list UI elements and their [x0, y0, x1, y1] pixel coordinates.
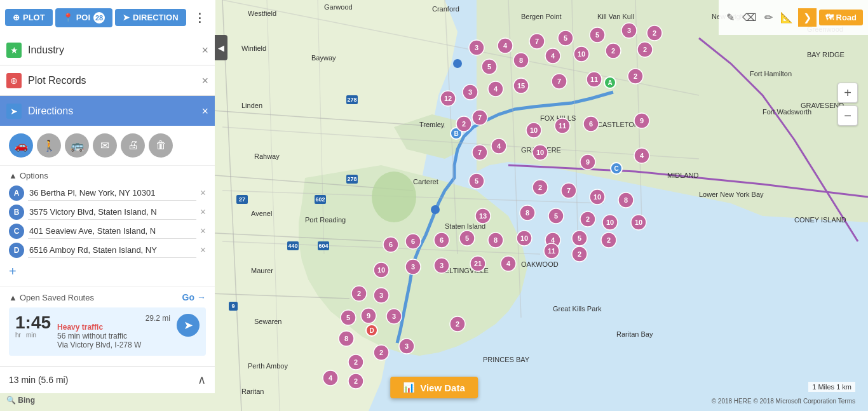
svg-text:3: 3: [475, 44, 478, 51]
add-waypoint-button[interactable]: +: [9, 262, 17, 281]
collapse-button[interactable]: ∧: [198, 373, 206, 387]
waypoint-c-input[interactable]: [28, 224, 196, 239]
waypoint-a-input[interactable]: [28, 185, 196, 201]
svg-text:Raritan Bay: Raritan Bay: [616, 330, 653, 338]
svg-text:Linden: Linden: [241, 102, 262, 109]
eraser-icon[interactable]: ⌫: [740, 9, 759, 26]
waypoint-b-input[interactable]: [28, 205, 196, 220]
edit-icon[interactable]: ✏: [762, 9, 775, 26]
directions-close-button[interactable]: ×: [201, 105, 208, 117]
clear-transport-btn[interactable]: 🗑: [149, 133, 173, 158]
waypoint-row-b: B ×: [9, 205, 206, 220]
svg-text:PRINCES BAY: PRINCES BAY: [483, 356, 530, 363]
directions-bottom-bar: 13 min (5.6 mi) ∧: [0, 366, 215, 393]
svg-text:Avenel: Avenel: [251, 210, 272, 217]
svg-text:6: 6: [389, 241, 393, 248]
svg-text:2: 2: [538, 184, 542, 191]
waypoint-row-d: D ×: [9, 243, 206, 258]
svg-text:4: 4: [494, 85, 498, 93]
svg-text:4: 4: [503, 42, 508, 50]
svg-text:D: D: [369, 327, 374, 334]
view-data-button[interactable]: 📊 View Data: [390, 377, 478, 398]
email-transport-btn[interactable]: ✉: [93, 133, 117, 158]
walk-transport-btn[interactable]: 🚶: [37, 133, 61, 158]
svg-text:C: C: [614, 165, 618, 172]
waypoint-d-clear[interactable]: ×: [200, 245, 206, 256]
go-arrow-icon: →: [197, 292, 206, 302]
route-navigate-button[interactable]: ➤: [177, 314, 200, 337]
poi-icon: 📍: [63, 13, 73, 22]
svg-text:2: 2: [607, 236, 611, 244]
industry-icon: ★: [6, 43, 22, 58]
svg-text:440: 440: [288, 243, 297, 249]
svg-text:CONEY ISLAND: CONEY ISLAND: [794, 216, 846, 224]
svg-text:5: 5: [564, 34, 567, 42]
waypoint-a-clear[interactable]: ×: [200, 187, 206, 199]
svg-text:3: 3: [405, 342, 409, 350]
svg-text:4: 4: [497, 142, 501, 150]
svg-text:2: 2: [634, 72, 637, 80]
svg-text:13: 13: [479, 212, 487, 220]
road-view-button[interactable]: 🗺 Road: [819, 10, 863, 25]
svg-text:CASTLETON: CASTLETON: [597, 121, 639, 128]
svg-text:6: 6: [440, 236, 444, 244]
go-button[interactable]: Go →: [182, 292, 206, 302]
route-time-block: 1:45 hr min: [15, 314, 51, 339]
road-icon: 🗺: [825, 13, 834, 22]
zoom-out-button[interactable]: −: [837, 105, 858, 126]
svg-text:2: 2: [462, 120, 466, 128]
svg-text:Carteret: Carteret: [413, 178, 438, 185]
direction-label: DIRECTION: [133, 13, 179, 22]
zoom-in-button[interactable]: +: [837, 83, 858, 103]
svg-text:21: 21: [474, 260, 482, 267]
svg-text:9: 9: [586, 158, 590, 166]
saved-routes-title: ▲ Open Saved Routes: [9, 293, 94, 302]
svg-text:5: 5: [554, 212, 558, 220]
svg-text:3: 3: [440, 262, 444, 269]
svg-text:OAKWOOD: OAKWOOD: [521, 260, 559, 268]
plot-records-icon: ⊕: [6, 73, 22, 88]
more-button[interactable]: ⋮: [189, 8, 210, 27]
svg-text:10: 10: [520, 234, 528, 242]
svg-text:7: 7: [557, 77, 561, 85]
waypoint-c-clear[interactable]: ×: [200, 226, 206, 237]
svg-text:Rahway: Rahway: [254, 152, 280, 160]
svg-text:3: 3: [411, 263, 415, 271]
svg-text:2: 2: [357, 290, 361, 297]
car-transport-btn[interactable]: 🚗: [9, 133, 33, 158]
industry-close-button[interactable]: ×: [201, 44, 208, 56]
print-transport-btn[interactable]: 🖨: [121, 133, 145, 158]
svg-text:Fort Hamilton: Fort Hamilton: [750, 70, 792, 77]
svg-text:2: 2: [379, 349, 383, 356]
svg-point-16: [372, 172, 416, 222]
svg-text:Great Kills Park: Great Kills Park: [553, 305, 602, 313]
svg-text:5: 5: [578, 234, 581, 242]
plot-records-close-button[interactable]: ×: [201, 75, 208, 86]
poi-button[interactable]: 📍 POI 28: [55, 8, 112, 27]
map-copyright: © 2018 HERE © 2018 Microsoft Corporation…: [712, 398, 855, 405]
svg-point-100: [453, 59, 462, 68]
route-time-units: hr min: [15, 332, 51, 339]
svg-text:10: 10: [578, 50, 585, 58]
route-card: 1:45 hr min 29.2 mi Heavy traffic 56 min…: [9, 307, 206, 356]
toolbar-arrow-btn[interactable]: ❯: [798, 8, 817, 27]
svg-text:7: 7: [478, 114, 482, 121]
plot-button[interactable]: ⊕ PLOT: [5, 9, 53, 26]
waypoint-c-label: C: [9, 224, 24, 239]
pencil-icon[interactable]: ✎: [724, 9, 737, 26]
direction-button[interactable]: ➤ DIRECTION: [115, 9, 186, 26]
svg-text:3: 3: [392, 313, 396, 320]
svg-text:9: 9: [231, 303, 234, 309]
measure-icon[interactable]: 📐: [778, 9, 796, 26]
poi-label: POI: [76, 13, 90, 22]
toggle-sidebar-button[interactable]: ◀: [215, 35, 227, 60]
industry-panel-title: Industry: [28, 44, 195, 56]
svg-text:4: 4: [551, 236, 555, 244]
directions-panel-title: Directions: [28, 105, 195, 117]
transit-transport-btn[interactable]: 🚌: [65, 133, 89, 158]
waypoint-d-input[interactable]: [28, 243, 196, 258]
waypoint-b-clear[interactable]: ×: [200, 206, 206, 218]
svg-text:9: 9: [367, 312, 370, 320]
svg-text:11: 11: [590, 76, 598, 83]
svg-text:A: A: [607, 79, 612, 86]
